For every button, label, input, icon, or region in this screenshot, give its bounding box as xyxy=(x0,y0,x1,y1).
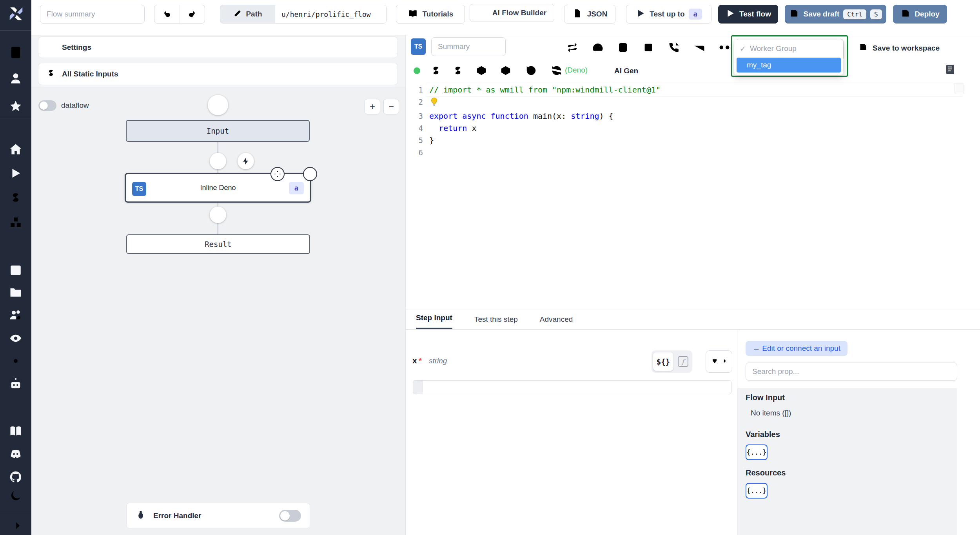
tab-step-input[interactable]: Step Input xyxy=(416,314,452,329)
dataflow-toggle[interactable] xyxy=(38,100,56,111)
json-label: JSON xyxy=(587,10,608,18)
ai-flow-builder-button[interactable]: AI Flow Builder xyxy=(470,4,554,22)
save-icon xyxy=(900,8,911,20)
save-icon xyxy=(858,42,868,54)
test-flow-button[interactable]: Test flow xyxy=(718,5,778,24)
moon-icon[interactable] xyxy=(9,489,22,502)
delete-node-button[interactable] xyxy=(303,167,317,181)
code-editor[interactable]: 1// import * as wmill from "npm:windmill… xyxy=(406,82,980,310)
variables-dollar-icon[interactable] xyxy=(430,65,442,76)
tab-test-this-step[interactable]: Test this step xyxy=(474,315,518,329)
book-open-icon[interactable] xyxy=(9,424,22,438)
move-icon xyxy=(274,170,281,178)
dollar-sign-icon xyxy=(46,68,56,80)
all-static-inputs-button[interactable]: All Static Inputs xyxy=(38,63,398,85)
book-open-icon xyxy=(408,8,418,20)
save-to-workspace-label: Save to workspace xyxy=(873,44,940,53)
worker-group-option-my-tag[interactable]: my_tag xyxy=(737,58,841,73)
lightbulb-icon[interactable] xyxy=(429,97,439,110)
tab-advanced[interactable]: Advanced xyxy=(540,315,573,329)
windmill-logo[interactable] xyxy=(6,4,26,24)
save-draft-button[interactable]: Save draft Ctrl S xyxy=(785,5,886,24)
mock-voicemail-icon[interactable] xyxy=(719,42,730,53)
sleep-bed-icon[interactable] xyxy=(693,42,705,53)
calendar-icon[interactable] xyxy=(9,263,22,276)
package-icon[interactable] xyxy=(500,65,512,76)
ai-wand-button[interactable] xyxy=(208,95,228,115)
concurrency-gauge-icon[interactable] xyxy=(592,42,604,53)
flow-settings-button[interactable]: Settings xyxy=(38,36,398,58)
save-icon xyxy=(789,8,799,20)
variables-expand-button[interactable]: {...} xyxy=(746,444,768,460)
windmill-flow-editor: Path Tutorials AI Flow Builder JSON Test… xyxy=(0,0,980,535)
summary-input[interactable] xyxy=(431,37,506,56)
cache-database-icon[interactable] xyxy=(617,42,629,53)
ai-gen-button[interactable]: AI Gen xyxy=(601,65,638,76)
early-stop-square-icon[interactable] xyxy=(642,42,654,53)
calculator-icon[interactable] xyxy=(9,46,22,59)
plus-icon: + xyxy=(370,101,375,112)
save-to-workspace-button[interactable]: Save to workspace xyxy=(858,42,940,54)
tutorials-button[interactable]: Tutorials xyxy=(396,5,465,24)
boxes-icon[interactable] xyxy=(9,216,22,229)
eye-icon[interactable] xyxy=(9,332,22,345)
edit-or-connect-button[interactable]: ← Edit or connect an input xyxy=(746,341,848,356)
test-up-to-button[interactable]: Test up to a xyxy=(626,5,711,24)
connect-input-plug-button[interactable] xyxy=(706,350,732,373)
undo-redo-group xyxy=(154,5,205,24)
deploy-button[interactable]: Deploy xyxy=(893,5,947,24)
graph-node-input[interactable]: Input xyxy=(126,120,310,142)
github-icon[interactable] xyxy=(9,470,22,484)
bot-icon[interactable] xyxy=(9,377,22,390)
play-icon[interactable] xyxy=(9,167,22,180)
move-node-handle[interactable] xyxy=(270,167,285,181)
json-button[interactable]: JSON xyxy=(564,5,615,24)
all-static-inputs-label: All Static Inputs xyxy=(62,70,118,78)
path-button[interactable]: Path xyxy=(220,5,275,23)
reload-refresh-icon[interactable] xyxy=(551,65,563,76)
library-icon[interactable] xyxy=(944,63,956,78)
step-editor-panel: TS ✓ Worker Group my_tag Save to works xyxy=(406,35,980,535)
save-draft-label: Save draft xyxy=(803,10,839,18)
insert-step-button[interactable] xyxy=(210,207,226,223)
reset-rotate-ccw-icon[interactable] xyxy=(525,65,537,76)
plus-icon xyxy=(214,210,222,219)
home-icon[interactable] xyxy=(9,143,22,156)
error-handler-node[interactable]: Error Handler xyxy=(126,503,310,528)
collapse-sidebar-arrow-icon[interactable] xyxy=(9,519,22,532)
search-prop-input[interactable] xyxy=(746,363,957,381)
flow-summary-input[interactable] xyxy=(40,5,145,24)
star-icon[interactable] xyxy=(9,100,22,113)
arg-value-input[interactable] xyxy=(413,380,731,394)
code-punctuation: ) { xyxy=(599,111,613,121)
template-mode-button[interactable]: ${} xyxy=(653,352,673,371)
resources-dollar-icon[interactable] xyxy=(452,65,464,76)
folder-icon[interactable] xyxy=(9,286,22,299)
topbar: Path Tutorials AI Flow Builder JSON Test… xyxy=(31,0,980,35)
worker-group-select[interactable]: ✓ Worker Group my_tag xyxy=(731,35,848,77)
trigger-zap-button[interactable] xyxy=(238,153,254,169)
undo-button[interactable] xyxy=(154,5,180,23)
users-settings-icon[interactable] xyxy=(9,308,22,322)
worker-group-dropdown-menu: ✓ Worker Group my_tag xyxy=(734,40,843,75)
fx-mode-button[interactable]: ƒ xyxy=(675,356,691,367)
package-icon[interactable] xyxy=(475,65,487,76)
suspend-phone-incoming-icon[interactable] xyxy=(668,42,680,53)
insert-step-button[interactable] xyxy=(210,153,226,169)
discord-icon[interactable] xyxy=(9,448,22,461)
retry-repeat-icon[interactable] xyxy=(566,42,578,53)
user-icon[interactable] xyxy=(9,72,22,85)
error-handler-toggle[interactable] xyxy=(279,510,301,522)
dollar-sign-icon[interactable] xyxy=(9,191,22,204)
editor-scrollbar[interactable] xyxy=(954,83,964,93)
resources-expand-button[interactable]: {...} xyxy=(746,483,768,499)
graph-node-result[interactable]: Result xyxy=(126,234,310,254)
redo-button[interactable] xyxy=(180,5,205,23)
arg-value-field[interactable] xyxy=(423,381,731,394)
typescript-badge: TS xyxy=(411,38,426,55)
gear-icon[interactable] xyxy=(9,354,22,368)
worker-group-option-default[interactable]: ✓ Worker Group xyxy=(734,40,843,58)
zoom-out-button[interactable]: − xyxy=(383,99,399,114)
zoom-in-button[interactable]: + xyxy=(365,99,380,114)
path-input[interactable] xyxy=(275,5,386,23)
